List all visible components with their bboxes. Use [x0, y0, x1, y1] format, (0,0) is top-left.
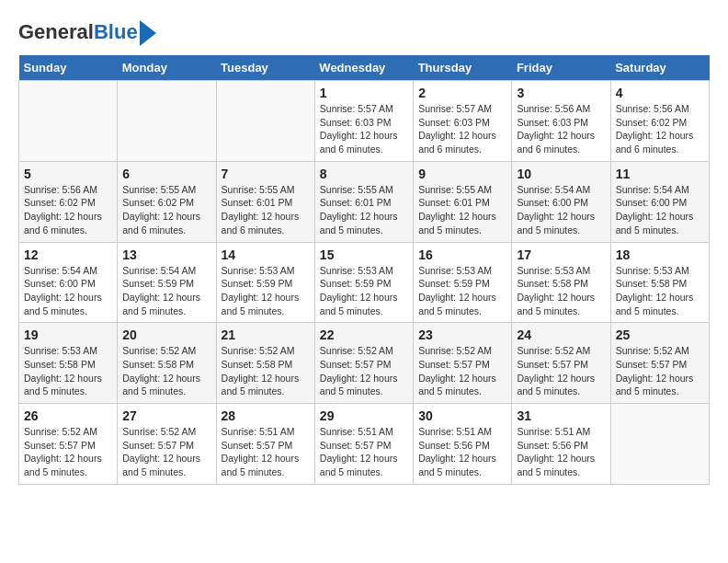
- calendar-day-cell: 5Sunrise: 5:56 AM Sunset: 6:02 PM Daylig…: [19, 161, 118, 242]
- day-info: Sunrise: 5:53 AM Sunset: 5:58 PM Dayligh…: [616, 264, 704, 318]
- day-info: Sunrise: 5:57 AM Sunset: 6:03 PM Dayligh…: [418, 102, 506, 156]
- calendar-day-cell: 18Sunrise: 5:53 AM Sunset: 5:58 PM Dayli…: [610, 242, 709, 323]
- day-number: 3: [517, 86, 605, 100]
- day-number: 8: [320, 167, 408, 181]
- calendar-day-cell: 3Sunrise: 5:56 AM Sunset: 6:03 PM Daylig…: [512, 81, 610, 162]
- day-info: Sunrise: 5:53 AM Sunset: 5:59 PM Dayligh…: [320, 264, 408, 318]
- day-info: Sunrise: 5:51 AM Sunset: 5:57 PM Dayligh…: [222, 425, 310, 479]
- calendar-day-cell: 2Sunrise: 5:57 AM Sunset: 6:03 PM Daylig…: [414, 81, 512, 162]
- calendar-day-cell: 29Sunrise: 5:51 AM Sunset: 5:57 PM Dayli…: [314, 404, 413, 485]
- day-number: 7: [222, 167, 310, 181]
- calendar-day-cell: 14Sunrise: 5:53 AM Sunset: 5:59 PM Dayli…: [216, 242, 314, 323]
- day-info: Sunrise: 5:56 AM Sunset: 6:03 PM Dayligh…: [517, 102, 605, 156]
- calendar-day-cell: 27Sunrise: 5:52 AM Sunset: 5:57 PM Dayli…: [118, 404, 216, 485]
- day-info: Sunrise: 5:55 AM Sunset: 6:02 PM Dayligh…: [122, 183, 210, 237]
- calendar-day-cell: 21Sunrise: 5:52 AM Sunset: 5:58 PM Dayli…: [216, 323, 314, 404]
- logo: GeneralBlue: [18, 18, 156, 46]
- calendar-day-cell: 7Sunrise: 5:55 AM Sunset: 6:01 PM Daylig…: [216, 161, 314, 242]
- calendar-day-cell: 11Sunrise: 5:54 AM Sunset: 6:00 PM Dayli…: [610, 161, 709, 242]
- calendar-day-cell: 12Sunrise: 5:54 AM Sunset: 6:00 PM Dayli…: [19, 242, 118, 323]
- calendar-header-row: SundayMondayTuesdayWednesdayThursdayFrid…: [19, 55, 710, 81]
- day-info: Sunrise: 5:57 AM Sunset: 6:03 PM Dayligh…: [320, 102, 408, 156]
- calendar-day-cell: 8Sunrise: 5:55 AM Sunset: 6:01 PM Daylig…: [314, 161, 413, 242]
- day-number: 19: [24, 327, 112, 342]
- day-number: 1: [320, 86, 408, 100]
- day-info: Sunrise: 5:54 AM Sunset: 6:00 PM Dayligh…: [517, 183, 605, 237]
- calendar-day-cell: [610, 404, 709, 485]
- day-number: 5: [24, 167, 112, 181]
- day-number: 23: [418, 327, 506, 342]
- day-number: 14: [222, 247, 310, 262]
- day-number: 22: [320, 327, 408, 342]
- day-of-week-header: Thursday: [414, 55, 512, 81]
- day-number: 31: [517, 408, 605, 423]
- calendar-day-cell: 24Sunrise: 5:52 AM Sunset: 5:57 PM Dayli…: [512, 323, 610, 404]
- day-info: Sunrise: 5:56 AM Sunset: 6:02 PM Dayligh…: [616, 102, 704, 156]
- calendar-week-row: 5Sunrise: 5:56 AM Sunset: 6:02 PM Daylig…: [19, 161, 710, 242]
- calendar-day-cell: 30Sunrise: 5:51 AM Sunset: 5:56 PM Dayli…: [414, 404, 512, 485]
- day-info: Sunrise: 5:52 AM Sunset: 5:57 PM Dayligh…: [24, 425, 112, 479]
- day-info: Sunrise: 5:54 AM Sunset: 6:00 PM Dayligh…: [24, 264, 112, 318]
- calendar-day-cell: 4Sunrise: 5:56 AM Sunset: 6:02 PM Daylig…: [610, 81, 709, 162]
- calendar-day-cell: [19, 81, 118, 162]
- day-of-week-header: Saturday: [610, 55, 709, 81]
- calendar-day-cell: 19Sunrise: 5:53 AM Sunset: 5:58 PM Dayli…: [19, 323, 118, 404]
- day-number: 6: [122, 167, 210, 181]
- calendar-day-cell: 15Sunrise: 5:53 AM Sunset: 5:59 PM Dayli…: [314, 242, 413, 323]
- calendar-week-row: 19Sunrise: 5:53 AM Sunset: 5:58 PM Dayli…: [19, 323, 710, 404]
- calendar-day-cell: 25Sunrise: 5:52 AM Sunset: 5:57 PM Dayli…: [610, 323, 709, 404]
- calendar-day-cell: 17Sunrise: 5:53 AM Sunset: 5:58 PM Dayli…: [512, 242, 610, 323]
- day-number: 16: [418, 247, 506, 262]
- day-info: Sunrise: 5:51 AM Sunset: 5:57 PM Dayligh…: [320, 425, 408, 479]
- day-of-week-header: Sunday: [19, 55, 118, 81]
- day-info: Sunrise: 5:52 AM Sunset: 5:57 PM Dayligh…: [320, 344, 408, 398]
- logo-arrow-icon: [140, 20, 156, 46]
- day-info: Sunrise: 5:55 AM Sunset: 6:01 PM Dayligh…: [320, 183, 408, 237]
- day-of-week-header: Tuesday: [216, 55, 314, 81]
- day-number: 21: [222, 327, 310, 342]
- calendar-week-row: 1Sunrise: 5:57 AM Sunset: 6:03 PM Daylig…: [19, 81, 710, 162]
- calendar-day-cell: [118, 81, 216, 162]
- day-info: Sunrise: 5:52 AM Sunset: 5:57 PM Dayligh…: [122, 425, 210, 479]
- calendar-day-cell: 23Sunrise: 5:52 AM Sunset: 5:57 PM Dayli…: [414, 323, 512, 404]
- day-number: 15: [320, 247, 408, 262]
- day-number: 20: [122, 327, 210, 342]
- day-info: Sunrise: 5:55 AM Sunset: 6:01 PM Dayligh…: [418, 183, 506, 237]
- calendar-day-cell: 13Sunrise: 5:54 AM Sunset: 5:59 PM Dayli…: [118, 242, 216, 323]
- calendar-day-cell: 20Sunrise: 5:52 AM Sunset: 5:58 PM Dayli…: [118, 323, 216, 404]
- day-of-week-header: Friday: [512, 55, 610, 81]
- day-info: Sunrise: 5:52 AM Sunset: 5:57 PM Dayligh…: [517, 344, 605, 398]
- day-number: 28: [222, 408, 310, 423]
- calendar-day-cell: 10Sunrise: 5:54 AM Sunset: 6:00 PM Dayli…: [512, 161, 610, 242]
- day-of-week-header: Monday: [118, 55, 216, 81]
- day-info: Sunrise: 5:51 AM Sunset: 5:56 PM Dayligh…: [418, 425, 506, 479]
- calendar-week-row: 12Sunrise: 5:54 AM Sunset: 6:00 PM Dayli…: [19, 242, 710, 323]
- day-info: Sunrise: 5:52 AM Sunset: 5:57 PM Dayligh…: [418, 344, 506, 398]
- day-number: 9: [418, 167, 506, 181]
- calendar-day-cell: 16Sunrise: 5:53 AM Sunset: 5:59 PM Dayli…: [414, 242, 512, 323]
- day-info: Sunrise: 5:53 AM Sunset: 5:58 PM Dayligh…: [517, 264, 605, 318]
- calendar-day-cell: 9Sunrise: 5:55 AM Sunset: 6:01 PM Daylig…: [414, 161, 512, 242]
- day-info: Sunrise: 5:53 AM Sunset: 5:58 PM Dayligh…: [24, 344, 112, 398]
- calendar-table: SundayMondayTuesdayWednesdayThursdayFrid…: [18, 55, 710, 485]
- calendar-day-cell: 28Sunrise: 5:51 AM Sunset: 5:57 PM Dayli…: [216, 404, 314, 485]
- day-number: 11: [616, 167, 704, 181]
- day-info: Sunrise: 5:54 AM Sunset: 5:59 PM Dayligh…: [122, 264, 210, 318]
- page-header: GeneralBlue: [18, 18, 710, 46]
- calendar-day-cell: 6Sunrise: 5:55 AM Sunset: 6:02 PM Daylig…: [118, 161, 216, 242]
- day-number: 24: [517, 327, 605, 342]
- day-number: 10: [517, 167, 605, 181]
- day-info: Sunrise: 5:51 AM Sunset: 5:56 PM Dayligh…: [517, 425, 605, 479]
- day-number: 13: [122, 247, 210, 262]
- day-of-week-header: Wednesday: [314, 55, 413, 81]
- logo-text: GeneralBlue: [18, 21, 138, 43]
- day-number: 17: [517, 247, 605, 262]
- day-info: Sunrise: 5:53 AM Sunset: 5:59 PM Dayligh…: [418, 264, 506, 318]
- day-number: 18: [616, 247, 704, 262]
- day-number: 25: [616, 327, 704, 342]
- calendar-day-cell: 31Sunrise: 5:51 AM Sunset: 5:56 PM Dayli…: [512, 404, 610, 485]
- day-info: Sunrise: 5:56 AM Sunset: 6:02 PM Dayligh…: [24, 183, 112, 237]
- day-number: 27: [122, 408, 210, 423]
- day-info: Sunrise: 5:54 AM Sunset: 6:00 PM Dayligh…: [616, 183, 704, 237]
- day-info: Sunrise: 5:55 AM Sunset: 6:01 PM Dayligh…: [222, 183, 310, 237]
